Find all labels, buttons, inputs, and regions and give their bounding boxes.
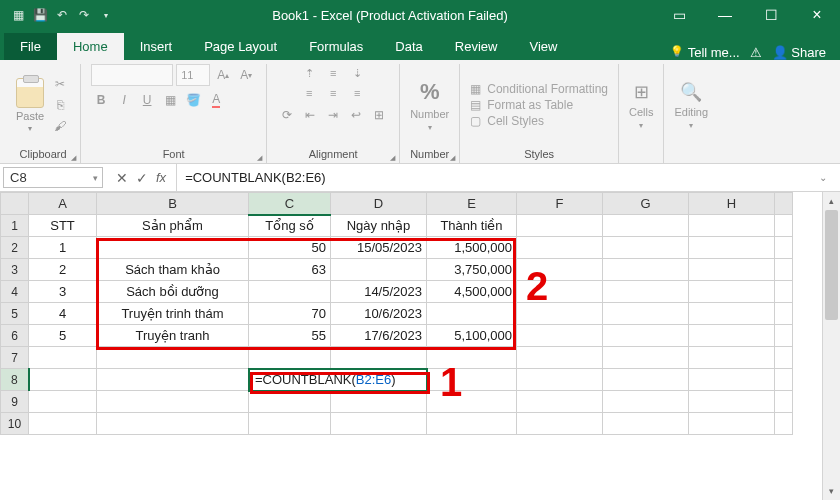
cell[interactable] <box>689 237 775 259</box>
shrink-font-icon[interactable]: A▾ <box>236 66 256 84</box>
fill-color-icon[interactable]: 🪣 <box>183 91 203 109</box>
col-header-D[interactable]: D <box>331 193 427 215</box>
cell[interactable] <box>517 369 603 391</box>
cell[interactable]: Ngày nhập <box>331 215 427 237</box>
share-button[interactable]: 👤 Share <box>772 45 826 60</box>
merge-icon[interactable]: ⊞ <box>369 106 389 124</box>
redo-icon[interactable]: ↷ <box>76 7 92 23</box>
expand-formula-bar-icon[interactable]: ⌄ <box>814 172 832 183</box>
cell[interactable] <box>517 391 603 413</box>
cell[interactable]: 4 <box>29 303 97 325</box>
cell[interactable]: STT <box>29 215 97 237</box>
save-icon[interactable]: 💾 <box>32 7 48 23</box>
align-top-icon[interactable]: ⇡ <box>298 64 320 82</box>
warning-icon[interactable]: ⚠ <box>750 45 762 60</box>
font-color-icon[interactable]: A <box>206 91 226 109</box>
row-header-3[interactable]: 3 <box>1 259 29 281</box>
spreadsheet-grid[interactable]: A B C D E F G H 1 STT Sản phẩm Tổng số N… <box>0 192 840 500</box>
cell[interactable] <box>97 413 249 435</box>
row-header-5[interactable]: 5 <box>1 303 29 325</box>
undo-icon[interactable]: ↶ <box>54 7 70 23</box>
copy-icon[interactable]: ⎘ <box>50 96 70 114</box>
row-header-1[interactable]: 1 <box>1 215 29 237</box>
cell-styles-button[interactable]: ▢ Cell Styles <box>470 114 608 128</box>
scroll-thumb[interactable] <box>825 210 838 320</box>
tab-data[interactable]: Data <box>379 33 438 60</box>
cell[interactable] <box>603 347 689 369</box>
cell[interactable] <box>29 413 97 435</box>
cell[interactable] <box>603 391 689 413</box>
tab-view[interactable]: View <box>513 33 573 60</box>
cell[interactable] <box>603 369 689 391</box>
col-header-G[interactable]: G <box>603 193 689 215</box>
tab-review[interactable]: Review <box>439 33 514 60</box>
editing-button[interactable]: 🔍 Editing ▾ <box>674 81 708 130</box>
cell[interactable]: Thành tiền <box>427 215 517 237</box>
cell[interactable] <box>249 413 331 435</box>
cell[interactable]: Tổng số <box>249 215 331 237</box>
italic-icon[interactable]: I <box>114 91 134 109</box>
tab-formulas[interactable]: Formulas <box>293 33 379 60</box>
col-header-A[interactable]: A <box>29 193 97 215</box>
number-format-button[interactable]: % Number ▾ <box>410 79 449 132</box>
cell[interactable]: 3 <box>29 281 97 303</box>
cell[interactable] <box>427 413 517 435</box>
select-all-corner[interactable] <box>1 193 29 215</box>
row-header-7[interactable]: 7 <box>1 347 29 369</box>
underline-icon[interactable]: U <box>137 91 157 109</box>
align-right-icon[interactable]: ≡ <box>346 84 368 102</box>
tab-insert[interactable]: Insert <box>124 33 189 60</box>
name-box[interactable]: C8 <box>3 167 103 188</box>
row-header-9[interactable]: 9 <box>1 391 29 413</box>
align-center-icon[interactable]: ≡ <box>322 84 344 102</box>
row-header-4[interactable]: 4 <box>1 281 29 303</box>
row-header-10[interactable]: 10 <box>1 413 29 435</box>
cell[interactable] <box>97 391 249 413</box>
cell[interactable] <box>603 215 689 237</box>
cell[interactable]: 5 <box>29 325 97 347</box>
cell[interactable] <box>689 215 775 237</box>
cell[interactable] <box>517 237 603 259</box>
row-header-6[interactable]: 6 <box>1 325 29 347</box>
col-header-E[interactable]: E <box>427 193 517 215</box>
cell[interactable] <box>517 413 603 435</box>
minimize-icon[interactable]: — <box>702 0 748 30</box>
border-icon[interactable]: ▦ <box>160 91 180 109</box>
scroll-down-icon[interactable]: ▾ <box>823 482 840 500</box>
cell[interactable] <box>689 303 775 325</box>
font-size-selector[interactable]: 11 <box>176 64 210 86</box>
align-bottom-icon[interactable]: ⇣ <box>346 64 368 82</box>
cell[interactable]: 1 <box>29 237 97 259</box>
cell[interactable] <box>603 237 689 259</box>
cell[interactable] <box>29 391 97 413</box>
cell[interactable] <box>603 259 689 281</box>
cell[interactable] <box>689 369 775 391</box>
qat-dropdown-icon[interactable]: ▾ <box>98 7 114 23</box>
cell[interactable] <box>689 325 775 347</box>
align-left-icon[interactable]: ≡ <box>298 84 320 102</box>
cell[interactable] <box>517 325 603 347</box>
enter-formula-icon[interactable]: ✓ <box>136 170 148 186</box>
wrap-text-icon[interactable]: ↩ <box>346 106 366 124</box>
conditional-formatting-button[interactable]: ▦ Conditional Formatting <box>470 82 608 96</box>
cell[interactable] <box>29 347 97 369</box>
cell[interactable] <box>603 325 689 347</box>
cell[interactable]: Sản phẩm <box>97 215 249 237</box>
fx-icon[interactable]: fx <box>156 170 166 185</box>
vertical-scrollbar[interactable]: ▴ ▾ <box>822 192 840 500</box>
col-header-B[interactable]: B <box>97 193 249 215</box>
decrease-indent-icon[interactable]: ⇤ <box>300 106 320 124</box>
cell[interactable] <box>517 347 603 369</box>
format-as-table-button[interactable]: ▤ Format as Table <box>470 98 608 112</box>
close-icon[interactable]: × <box>794 0 840 30</box>
cancel-formula-icon[interactable]: ✕ <box>116 170 128 186</box>
scroll-up-icon[interactable]: ▴ <box>823 192 840 210</box>
cell[interactable] <box>331 413 427 435</box>
font-name-selector[interactable] <box>91 64 173 86</box>
cell[interactable] <box>689 347 775 369</box>
cell[interactable] <box>689 259 775 281</box>
cell[interactable] <box>29 369 97 391</box>
cell[interactable] <box>603 281 689 303</box>
cell[interactable] <box>603 413 689 435</box>
tab-file[interactable]: File <box>4 33 57 60</box>
